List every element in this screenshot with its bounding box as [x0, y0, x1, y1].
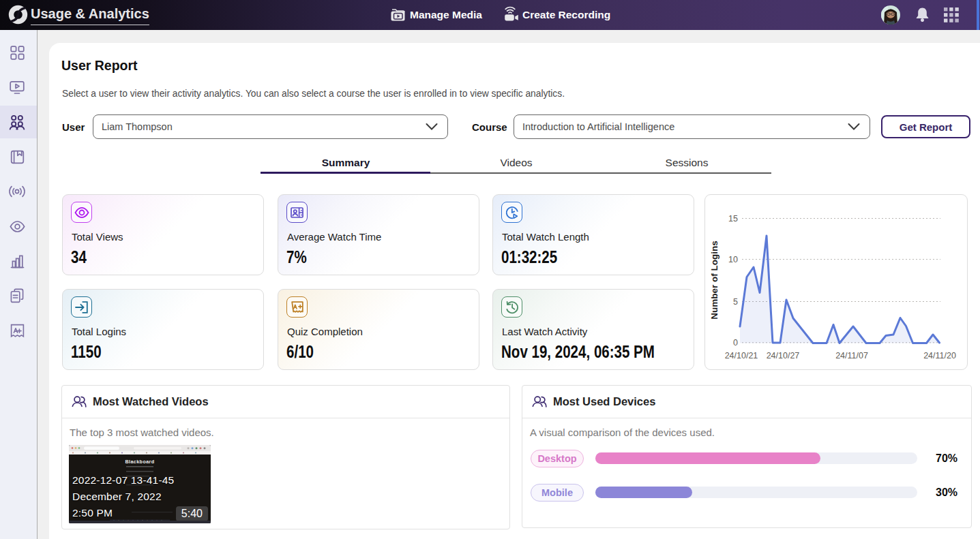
- svg-text:15: 15: [728, 214, 738, 224]
- svg-text:24/10/21: 24/10/21: [725, 351, 758, 360]
- svg-text:5: 5: [733, 297, 738, 307]
- svg-text:Blackboard: Blackboard: [125, 459, 154, 465]
- svg-text:10: 10: [728, 255, 738, 264]
- svg-text:24/11/20: 24/11/20: [923, 351, 956, 360]
- svg-text:24/11/07: 24/11/07: [835, 351, 868, 360]
- svg-text:0: 0: [733, 338, 738, 348]
- svg-text:Number of Logins: Number of Logins: [709, 241, 719, 320]
- svg-text:24/10/27: 24/10/27: [767, 351, 800, 360]
